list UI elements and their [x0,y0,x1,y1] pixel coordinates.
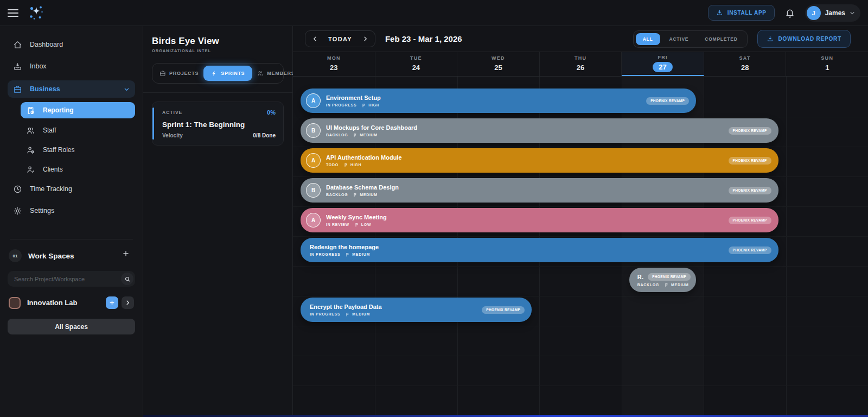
task-title: Database Schema Design [326,184,399,191]
sidebar-item-inbox[interactable]: Inbox [8,59,135,74]
workspace-add-button[interactable] [106,296,118,309]
grid-row-line [293,206,868,207]
task-bar[interactable]: Refact...PHOENIX REVAMPBACKLOGMEDIUM [629,268,696,292]
task-status: IN PROGRESS [310,252,340,256]
task-priority: MEDIUM [353,193,378,197]
sidebar-item-reporting[interactable]: Reporting [21,102,135,118]
tab-projects[interactable]: PROJECTS [155,66,203,80]
flag-icon [355,223,359,227]
hamburger-menu-icon[interactable] [8,9,18,17]
calendar-header: TODAY Feb 23 - Mar 1, 2026 ALLACTIVECOMP… [293,26,868,52]
day-number: 24 [412,62,420,73]
prev-week-button[interactable] [309,33,321,45]
sprint-name: Sprint 1: The Beginning [162,121,276,129]
task-project-tag: PHOENIX REVAMP [729,187,771,194]
flag-icon [344,163,348,167]
bottom-accent-line [143,415,868,417]
notifications-bell-icon[interactable] [784,8,795,18]
tab-sprints[interactable]: SPRINTS [203,66,252,81]
day-of-week: FRI [658,55,667,60]
sidebar-item-staff-roles[interactable]: Staff Roles [21,142,135,157]
task-project-tag: PHOENIX REVAMP [729,127,771,135]
flag-icon [362,103,366,108]
user-menu[interactable]: J James [805,4,860,22]
workspace-item[interactable]: Innovation Lab [8,296,135,309]
task-bar[interactable]: BDatabase Schema DesignBACKLOGMEDIUMPHOE… [301,178,778,203]
day-header-sun[interactable]: SUN1 [786,52,868,76]
day-header-wed[interactable]: WED25 [457,52,540,76]
chevron-right-icon [125,300,131,306]
next-week-button[interactable] [360,33,372,45]
day-header-thu[interactable]: THU26 [540,52,622,76]
task-bar[interactable]: AWeekly Sync MeetingIN REVIEWLOWPHOENIX … [301,208,778,232]
assignee-avatar: A [306,213,321,228]
day-header-mon[interactable]: MON23 [293,52,375,76]
grid-row-line [293,236,868,237]
assignee-avatar: A [306,93,321,108]
people-icon [26,126,35,135]
filter-all[interactable]: ALL [636,33,660,45]
download-report-button[interactable]: DOWNLOAD REPORT [757,30,851,48]
sidebar-item-label: Dashboard [30,41,63,48]
filter-active[interactable]: ACTIVE [662,33,696,45]
day-number: 28 [741,62,749,73]
app-logo-sparkle-icon [27,4,46,22]
sprint-card[interactable]: ACTIVE 0% Sprint 1: The Beginning Veloci… [152,102,284,146]
chevron-left-icon [312,36,318,42]
grid-row-line [293,356,868,356]
date-range: Feb 23 - Mar 1, 2026 [385,34,462,43]
calendar: TODAY Feb 23 - Mar 1, 2026 ALLACTIVECOMP… [293,26,868,417]
filter-completed[interactable]: COMPLETED [698,33,744,45]
task-status: BACKLOG [326,133,348,137]
task-bar[interactable]: Encrypt the Payload DataIN PROGRESSMEDIU… [301,298,532,322]
sidebar-item-clients[interactable]: Clients [21,162,135,177]
status-filter-group: ALLACTIVECOMPLETED [633,30,748,48]
panel-subtitle: ORGANIZATIONAL INTEL [152,48,284,53]
sidebar-item-staff[interactable]: Staff [21,123,135,138]
task-bar[interactable]: AAPI Authentication ModuleTODOHIGHPHOENI… [301,148,778,173]
today-button[interactable]: TODAY [321,36,360,42]
task-bar[interactable]: AEnvironment SetupIN PROGRESSHIGHPHOENIX… [301,89,696,113]
chevron-right-icon [362,36,368,42]
add-workspace-button[interactable] [122,250,134,262]
all-spaces-button[interactable]: All Spaces [8,319,135,334]
task-title: API Authentication Module [326,154,402,161]
sidebar-item-settings[interactable]: Settings [8,203,135,218]
task-project-tag: PHOENIX REVAMP [729,247,771,254]
workspace-name: Innovation Lab [27,299,77,307]
day-header-fri[interactable]: FRI27 [622,52,704,76]
workspaces-header: 01 Work Spaces [8,249,135,262]
day-header-sat[interactable]: SAT28 [704,52,787,76]
task-title: Environment Setup [326,94,381,101]
install-app-button[interactable]: INSTALL APP [708,5,775,21]
task-status: BACKLOG [326,193,348,197]
day-of-week: MON [327,55,341,61]
task-bar[interactable]: Redesign the homepageIN PROGRESSMEDIUMPH… [301,238,778,262]
search-icon[interactable] [121,273,133,285]
user-avatar: J [807,6,821,20]
panel-title: Birds Eye View [152,36,284,47]
workspace-search-input[interactable] [8,271,135,287]
workspace-expand-button[interactable] [122,296,134,309]
sprint-card-accent [152,108,154,140]
plus-icon [109,300,115,306]
sidebar-item-business[interactable]: Business [8,80,135,98]
inbox-icon [13,62,22,71]
workspaces-count-badge: 01 [9,249,22,262]
download-icon [716,9,723,16]
sidebar-item-label: Time Tracking [30,185,72,193]
task-title: Weekly Sync Meeting [326,214,387,220]
grid-row-line [293,296,868,296]
task-priority: MEDIUM [665,283,689,287]
day-header-tue[interactable]: TUE24 [375,52,458,76]
lightning-icon [211,70,218,77]
report-icon [26,106,35,115]
day-number: 1 [825,62,829,73]
sidebar-item-label: Staff [43,127,56,134]
sidebar-item-dashboard[interactable]: Dashboard [8,37,135,52]
task-status: BACKLOG [637,283,659,287]
task-bar[interactable]: BUI Mockups for Core DashboardBACKLOGMED… [301,118,778,143]
task-title: Encrypt the Payload Data [310,304,382,310]
day-of-week: SAT [739,55,751,61]
sidebar-item-time-tracking[interactable]: Time Tracking [8,181,135,197]
